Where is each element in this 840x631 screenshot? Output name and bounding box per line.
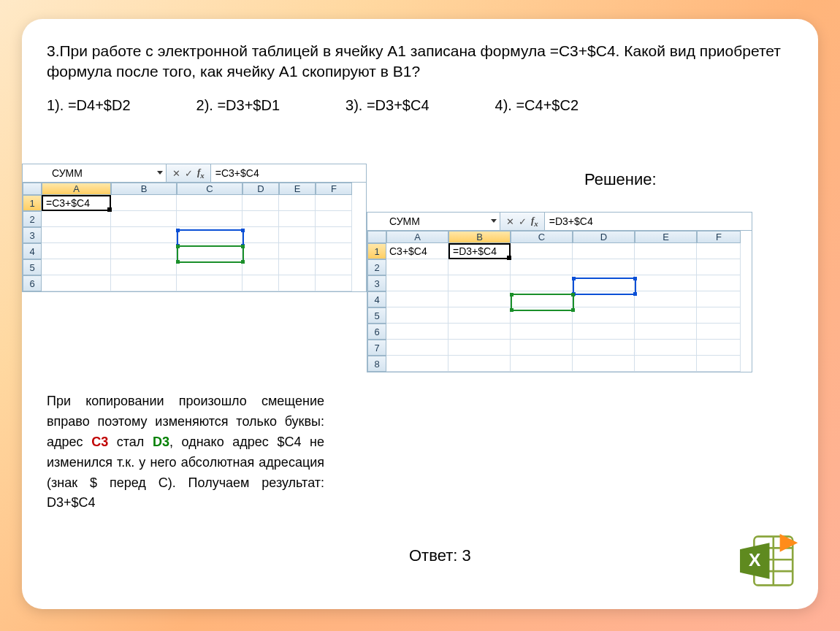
col-F: F [316, 183, 352, 195]
row-5: 5 [23, 259, 42, 275]
formula-input: =C3+$C4 [211, 164, 366, 182]
name-box: СУММ [367, 213, 500, 230]
enter-icon: ✓ [519, 216, 527, 227]
cancel-icon: ✕ [506, 216, 514, 227]
row-6: 6 [23, 275, 42, 291]
row-4: 4 [367, 291, 386, 307]
option-4: 4). =C4+$C2 [495, 97, 579, 114]
row-3: 3 [367, 275, 386, 291]
col-F: F [697, 231, 741, 243]
col-A: A [386, 231, 448, 243]
cancel-icon: ✕ [172, 168, 180, 179]
row-1: 1 [367, 243, 386, 259]
ref-D3-text: D3 [153, 435, 169, 449]
option-1: 1). =D4+$D2 [47, 97, 131, 114]
answer-text: Ответ: 3 [409, 546, 471, 565]
col-C: C [511, 231, 573, 243]
row-5: 5 [367, 307, 386, 324]
slide-background: 3.При работе с электронной таблицей в яч… [0, 0, 840, 631]
spreadsheet-grid: A B C D E F 1 =C3+$C4 2 3 4 5 [23, 183, 366, 291]
formula-bar: СУММ ✕ ✓ fx =C3+$C4 [23, 164, 366, 183]
solution-label: Решение: [584, 170, 657, 189]
formula-bar: СУММ ✕ ✓ fx =D3+$C4 [367, 213, 752, 231]
enter-icon: ✓ [185, 168, 193, 179]
cell-E1 [279, 195, 316, 211]
ref-C3-text: C3 [91, 435, 108, 449]
cell-D1 [243, 195, 279, 211]
cell-A1: C3+$C4 [386, 243, 448, 259]
fx-icon: fx [531, 215, 538, 228]
row-2: 2 [23, 211, 42, 227]
col-D: D [243, 183, 279, 195]
excel-icon: X [735, 529, 799, 593]
cell-B1 [111, 195, 177, 211]
excel-screenshot-after: СУММ ✕ ✓ fx =D3+$C4 A B C D E F 1 C3+$C4… [367, 212, 752, 372]
option-3: 3). =D3+$C4 [345, 97, 429, 114]
option-2: 2). =D3+$D1 [196, 97, 280, 114]
row-2: 2 [367, 259, 386, 275]
explanation-text: При копировании произошло смещение вправ… [47, 391, 324, 513]
cell-C1 [177, 195, 243, 211]
cell-F1 [316, 195, 352, 211]
col-B: B [111, 183, 177, 195]
cell-B1: =D3+$C4 [448, 243, 511, 259]
col-A: A [42, 183, 111, 195]
formula-input: =D3+$C4 [545, 213, 752, 230]
row-3: 3 [23, 227, 42, 243]
select-all-corner [23, 183, 42, 195]
row-8: 8 [367, 356, 386, 372]
row-1: 1 [23, 195, 42, 211]
row-7: 7 [367, 340, 386, 356]
col-E: E [279, 183, 316, 195]
row-6: 6 [367, 324, 386, 340]
row-4: 4 [23, 243, 42, 259]
svg-text:X: X [749, 550, 761, 570]
cell-A1: =C3+$C4 [42, 195, 111, 211]
question-text: 3.При работе с электронной таблицей в яч… [47, 41, 793, 83]
answer-options: 1). =D4+$D2 2). =D3+$D1 3). =D3+$C4 4). … [47, 97, 793, 114]
col-B: B [448, 231, 511, 243]
col-C: C [177, 183, 243, 195]
fx-icon: fx [197, 167, 205, 180]
formula-buttons: ✕ ✓ fx [500, 213, 545, 230]
excel-screenshot-before: СУММ ✕ ✓ fx =C3+$C4 A B C D E F 1 =C3+$C… [22, 164, 367, 292]
spreadsheet-grid: A B C D E F 1 C3+$C4 =D3+$C4 2 3 4 5 6 [367, 231, 752, 372]
formula-buttons: ✕ ✓ fx [167, 164, 211, 182]
select-all-corner [367, 231, 386, 243]
content-card: 3.При работе с электронной таблицей в яч… [22, 19, 818, 609]
col-D: D [573, 231, 635, 243]
name-box: СУММ [23, 164, 167, 182]
col-E: E [635, 231, 697, 243]
